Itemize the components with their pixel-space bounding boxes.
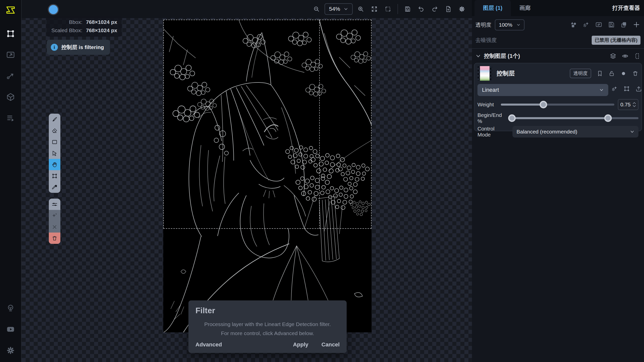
control-mode-row: Control Mode Balanced (recommended) [477,126,638,137]
sidebar-item-workflows[interactable] [4,69,18,83]
undo-icon[interactable] [416,4,427,15]
weight-label: Weight [477,102,494,108]
control-mode-label: Control Mode [477,126,509,138]
opacity-value: 100% [499,22,512,28]
dialog-message-line1: Processing layer with the Lineart Edge D… [195,320,340,329]
video-tutorials-icon[interactable] [4,322,18,336]
dialog-title: Filter [195,306,340,315]
invoke-logo-icon[interactable] [4,3,18,17]
generation-bbox[interactable] [163,20,372,229]
chevron-down-icon [475,53,481,59]
bbox-guide-line [319,20,320,229]
frame-icon[interactable] [634,53,640,59]
cancel-button[interactable]: Cancel [321,341,340,348]
filtering-alert: i 控制层 is filtering [47,40,110,55]
color-swatch[interactable] [48,4,59,15]
control-layers-header[interactable]: 控制图层 (1个) [475,51,640,61]
end-handle[interactable] [604,114,612,122]
fit-view-icon[interactable] [369,4,380,15]
opacity-select[interactable]: 100% [495,19,525,30]
enhance-action-button [49,210,60,221]
apply-button[interactable]: Apply [293,341,308,348]
redo-icon[interactable] [429,4,440,15]
delete-layer-icon[interactable] [632,70,638,77]
sidebar-item-models[interactable] [4,90,18,104]
app-sidebar [0,0,22,362]
begin-end-slider[interactable] [512,117,638,119]
tab-gallery[interactable]: 画廊 [511,0,539,16]
unlock-icon[interactable] [609,70,615,77]
upload-icon[interactable] [635,85,642,92]
sidebar-item-canvas[interactable] [4,27,18,41]
fit-frame-icon[interactable] [595,21,603,29]
right-panel: 图层 (1) 画廊 打开查看器 透明度 100% 去噪强度 已禁用 (无栅格内容… [472,0,644,362]
bbox-value: 768×1024 px [86,19,117,25]
zoom-in-icon[interactable] [355,4,366,15]
rectangle-tool[interactable] [49,136,60,148]
filter-type-select[interactable]: Lineart [477,84,608,96]
info-icon: i [51,44,58,51]
denoise-label: 去噪强度 [475,37,497,44]
control-mode-value: Balanced (recommended) [516,129,577,135]
bbox-icon[interactable] [623,85,630,92]
enhance-star-icon[interactable] [583,21,590,29]
filter-type-value: Lineart [482,87,499,93]
solid-dot-icon[interactable] [620,70,627,77]
hand-tool[interactable] [49,159,60,170]
sidebar-item-upscaling[interactable] [4,48,18,62]
layers-icon[interactable] [610,53,616,59]
bbox-info-panel: Bbox: 768×1024 px Scaled Bbox: 768×1024 … [46,16,122,37]
layer-opacity-button[interactable]: 透明度 [570,69,591,78]
eraser-tool[interactable] [49,125,60,136]
bookmark-icon[interactable] [597,70,603,77]
chevron-down-icon [516,23,520,27]
zoom-out-icon[interactable] [311,4,322,15]
chevron-down-icon [630,129,634,134]
settings-icon[interactable] [4,343,18,357]
control-layer-card[interactable]: 控制层 透明度 Lineart Weight [474,63,642,131]
bbox-label: Bbox: [51,19,83,25]
tab-layers[interactable]: 图层 (1) [474,0,511,16]
layer-name: 控制层 [497,69,515,77]
sidebar-item-queue[interactable] [4,111,18,125]
select-tool[interactable] [49,148,60,159]
new-layer-icon[interactable] [443,4,454,15]
layer-header: 控制层 透明度 [477,66,638,81]
transform-tool[interactable] [49,170,60,182]
canvas-settings-icon[interactable] [456,4,467,15]
shapes-icon[interactable] [570,21,578,29]
visibility-icon[interactable] [622,53,628,59]
add-layer-icon[interactable] [633,21,640,29]
reset-bbox-icon[interactable] [382,4,393,15]
layer-thumbnail[interactable] [477,66,492,81]
tool-palette [49,114,60,193]
control-mode-select[interactable]: Balanced (recommended) [512,126,638,138]
filtering-alert-text: 控制层 is filtering [61,44,104,51]
filter-action-button[interactable] [49,199,60,210]
weight-slider-handle[interactable] [540,101,547,108]
stepper-down-icon[interactable] [633,105,636,107]
stepper-up-icon[interactable] [633,102,636,104]
brush-tool[interactable] [49,114,60,125]
chevron-down-icon [599,88,604,92]
advanced-button[interactable]: Advanced [195,341,222,348]
enhance-star-icon[interactable] [611,85,618,92]
save-icon[interactable] [402,4,413,15]
layer-thumbnail-image [480,66,490,81]
global-opacity-row: 透明度 100% [475,19,640,31]
panel-tabbar: 图层 (1) 画廊 打开查看器 [472,0,644,16]
open-viewer-button[interactable]: 打开查看器 [612,0,640,16]
zoom-level-select[interactable]: 54% [325,3,353,15]
begin-handle[interactable] [508,114,516,122]
duplicate-icon[interactable] [620,21,628,29]
filter-action-icons [611,85,642,92]
support-icon[interactable] [4,301,18,315]
weight-input[interactable]: 0.75 [618,99,638,110]
eyedropper-tool[interactable] [49,182,60,193]
save-layers-icon[interactable] [608,21,615,29]
filter-dialog: Filter Processing layer with the Lineart… [188,300,347,353]
delete-action-button[interactable] [49,233,60,244]
cancel-action-button [49,221,60,233]
denoise-disabled-badge: 已禁用 (无栅格内容) [592,36,640,45]
weight-slider[interactable] [501,104,614,106]
